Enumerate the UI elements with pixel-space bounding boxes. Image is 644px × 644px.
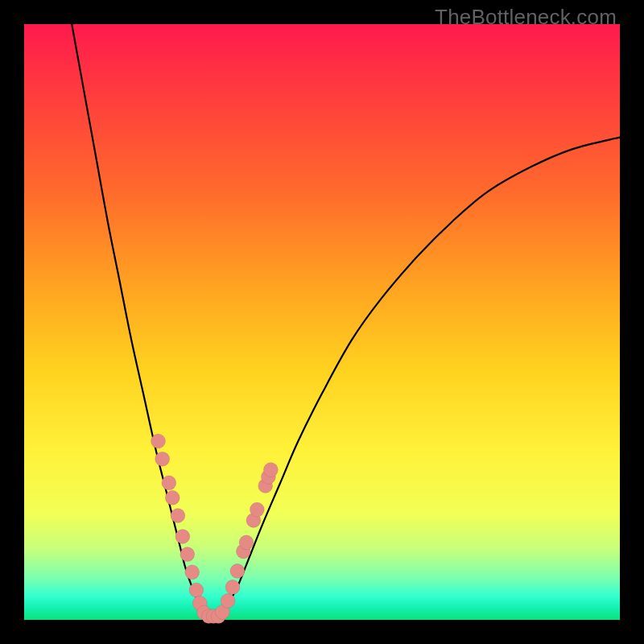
highlight-dot [171, 509, 185, 523]
highlight-dots-group [151, 434, 279, 624]
highlight-dot [225, 580, 240, 594]
highlight-dot [239, 535, 254, 550]
highlight-dot [230, 564, 245, 578]
highlight-dot [180, 547, 195, 562]
highlight-dot [151, 434, 166, 448]
highlight-dot [185, 565, 200, 580]
highlight-dot [162, 476, 176, 490]
curve-left-branch [72, 24, 203, 617]
chart-svg [24, 24, 620, 620]
highlight-dot [155, 452, 170, 466]
highlight-dot [165, 490, 180, 505]
highlight-dot [221, 593, 235, 608]
chart-frame: TheBottleneck.com [0, 0, 644, 644]
highlight-dot [175, 529, 190, 543]
highlight-dot [263, 463, 278, 477]
highlight-dot [250, 502, 264, 517]
curve-right-branch [221, 138, 620, 617]
highlight-dot [189, 583, 204, 597]
plot-area [24, 24, 620, 620]
